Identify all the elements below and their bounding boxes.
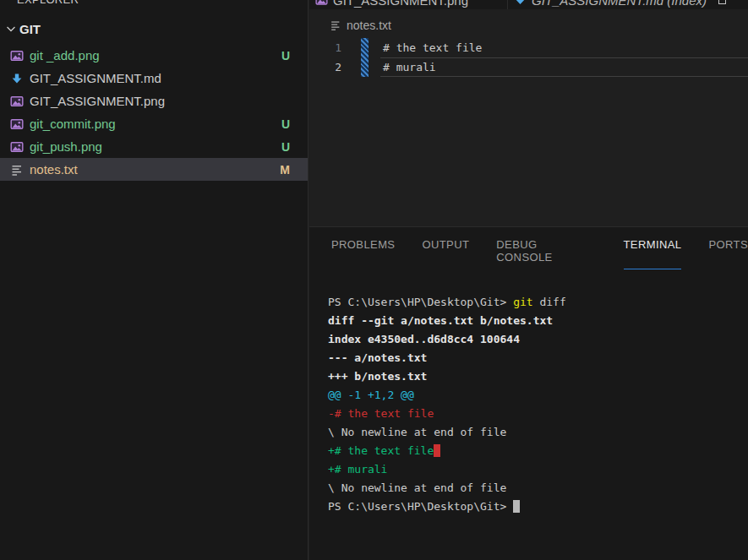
editor-tab-bar: GIT_ASSIGNMENT.pngGIT_ASSIGNMENT.md (Ind… xyxy=(309,0,748,9)
file-label: git_push.png xyxy=(30,139,102,154)
editor-tab[interactable]: GIT_ASSIGNMENT.md (Index) xyxy=(508,0,740,9)
image-icon xyxy=(315,0,328,7)
file-row[interactable]: git_commit.pngU xyxy=(0,112,308,135)
panel-tab-debug-console[interactable]: DEBUG CONSOLE xyxy=(496,238,596,269)
image-icon xyxy=(9,117,24,131)
terminal-line: +# murali xyxy=(328,460,748,479)
explorer-sidebar: EXPLORER GIT git _add.pngUGIT_ASSIGNMENT… xyxy=(0,0,308,560)
terminal-text-segment: diff xyxy=(533,296,566,308)
terminal-line: \ No newline at end of file xyxy=(328,423,748,442)
bottom-panel: PROBLEMSOUTPUTDEBUG CONSOLETERMINALPORTS… xyxy=(309,226,748,560)
terminal-line: \ No newline at end of file xyxy=(328,479,748,497)
image-icon xyxy=(9,139,24,154)
code-text: # the text file xyxy=(380,38,748,57)
terminal-line: @@ -1 +1,2 @@ xyxy=(328,386,748,405)
file-row[interactable]: GIT_ASSIGNMENT.png xyxy=(0,90,308,112)
terminal-text-segment: +# murali xyxy=(328,463,387,476)
text-file-icon xyxy=(330,19,341,31)
image-icon xyxy=(9,48,24,63)
git-status-badge: M xyxy=(280,163,290,177)
file-row[interactable]: git_push.pngU xyxy=(0,135,308,158)
file-label: GIT_ASSIGNMENT.md xyxy=(30,71,161,85)
breadcrumb[interactable]: notes.txt xyxy=(309,9,748,35)
terminal-text-segment: @@ -1 +1,2 @@ xyxy=(328,389,414,401)
terminal-line: --- a/notes.txt xyxy=(328,349,748,367)
tab-separator xyxy=(507,0,508,9)
editor-tab-label: GIT_ASSIGNMENT.png xyxy=(333,0,468,8)
folder-section-git[interactable]: GIT xyxy=(0,19,308,39)
git-modified-gutter-icon xyxy=(361,38,369,57)
panel-tab-ports[interactable]: PORTS xyxy=(708,238,748,269)
terminal-line: diff --git a/notes.txt b/notes.txt xyxy=(328,312,748,330)
panel-tab-terminal[interactable]: TERMINAL xyxy=(624,238,682,269)
close-icon[interactable] xyxy=(718,0,726,4)
terminal-line: PS C:\Users\HP\Desktop\Git> xyxy=(328,497,748,516)
panel-tab-bar: PROBLEMSOUTPUTDEBUG CONSOLETERMINALPORTS xyxy=(309,227,748,269)
terminal-line: -# the text file xyxy=(328,405,748,423)
terminal-text-segment: PS C:\Users\HP\Desktop\Git> xyxy=(328,296,513,308)
terminal[interactable]: PS C:\Users\HP\Desktop\Git> git diffdiff… xyxy=(328,293,748,516)
folder-section-label: GIT xyxy=(19,22,41,36)
terminal-text-segment: index e4350ed..d6d8cc4 100644 xyxy=(328,333,520,345)
terminal-line: PS C:\Users\HP\Desktop\Git> git diff xyxy=(328,293,748,312)
terminal-text-segment: +# the text file xyxy=(328,444,434,457)
file-label: git_commit.png xyxy=(30,117,116,131)
terminal-text-segment: \ No newline at end of file xyxy=(328,481,506,494)
editor-area[interactable]: notes.txt 1# the text file2# murali xyxy=(309,9,748,226)
terminal-text-segment: PS C:\Users\HP\Desktop\Git> xyxy=(328,500,513,513)
file-label: git _add.png xyxy=(30,48,100,63)
explorer-title: EXPLORER xyxy=(17,0,79,6)
git-modified-gutter-icon xyxy=(361,57,369,77)
editor-tab[interactable]: GIT_ASSIGNMENT.png xyxy=(309,0,507,9)
file-row[interactable]: notes.txtM xyxy=(0,158,308,181)
file-label: notes.txt xyxy=(30,162,78,177)
markdown-icon xyxy=(514,0,527,7)
line-number: 1 xyxy=(309,38,341,57)
sidebar-header: EXPLORER xyxy=(0,0,308,8)
terminal-text-segment: +++ b/notes.txt xyxy=(328,370,427,383)
git-status-badge: U xyxy=(281,49,290,63)
file-list: git _add.pngUGIT_ASSIGNMENT.mdGIT_ASSIGN… xyxy=(0,44,308,181)
git-status-badge: U xyxy=(281,140,290,154)
chevron-down-icon xyxy=(3,22,18,36)
main-column: GIT_ASSIGNMENT.pngGIT_ASSIGNMENT.md (Ind… xyxy=(309,0,748,560)
file-label: GIT_ASSIGNMENT.png xyxy=(30,94,165,108)
file-row[interactable]: GIT_ASSIGNMENT.md xyxy=(0,67,308,90)
terminal-line: index e4350ed..d6d8cc4 100644 xyxy=(328,330,748,349)
code-line[interactable]: 1# the text file xyxy=(309,38,748,57)
breadcrumb-file: notes.txt xyxy=(347,19,391,32)
text-icon xyxy=(9,162,24,177)
markdown-icon xyxy=(9,71,24,85)
panel-tab-problems[interactable]: PROBLEMS xyxy=(331,238,395,269)
terminal-text-segment xyxy=(434,444,440,457)
terminal-line: +++ b/notes.txt xyxy=(328,367,748,386)
code-text: # murali xyxy=(380,57,748,77)
terminal-text-segment: git xyxy=(513,296,532,308)
code-view: 1# the text file2# murali xyxy=(309,38,748,77)
line-number: 2 xyxy=(309,57,341,77)
terminal-cursor xyxy=(513,500,520,513)
file-row[interactable]: git _add.pngU xyxy=(0,44,308,67)
code-line[interactable]: 2# murali xyxy=(309,57,748,77)
terminal-text-segment: --- a/notes.txt xyxy=(328,351,427,364)
editor-tab-label: GIT_ASSIGNMENT.md (Index) xyxy=(532,0,707,8)
git-status-badge: U xyxy=(281,117,290,131)
terminal-text-segment: \ No newline at end of file xyxy=(328,426,506,438)
terminal-text-segment: -# the text file xyxy=(328,407,434,420)
terminal-line: +# the text file xyxy=(328,442,748,460)
image-icon xyxy=(9,94,24,108)
terminal-text-segment: diff --git a/notes.txt b/notes.txt xyxy=(328,314,553,327)
panel-tab-output[interactable]: OUTPUT xyxy=(422,238,469,269)
